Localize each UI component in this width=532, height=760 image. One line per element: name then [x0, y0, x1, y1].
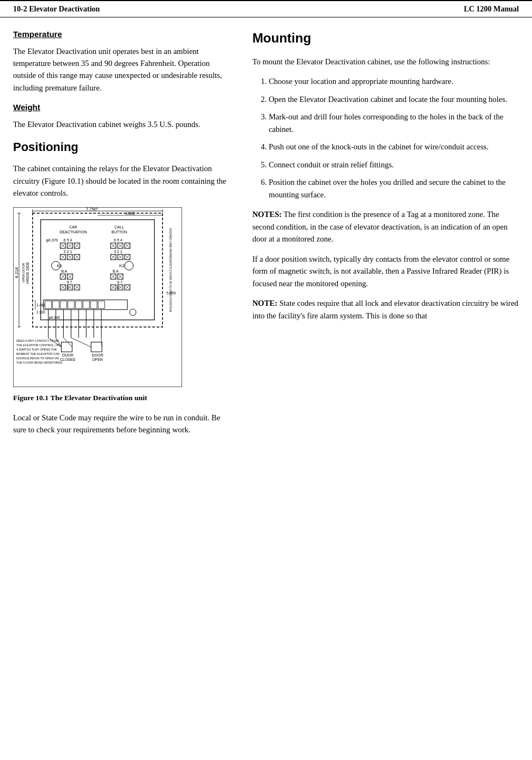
- step-5: Connect conduit or strain relief fitting…: [269, 159, 519, 171]
- page-header: 10-2 Elevator Deactivation LC 1200 Manua…: [0, 0, 532, 17]
- step-2: Open the Elevator Deactivation cabinet a…: [269, 93, 519, 105]
- notes-text1: NOTES: The first condition is the presen…: [252, 208, 519, 245]
- weight-heading: Weight: [13, 101, 231, 114]
- svg-rect-107: [83, 301, 89, 309]
- svg-text:CALL: CALL: [114, 225, 124, 229]
- svg-text:9      7: 9 7: [67, 280, 72, 284]
- elevator-diagram: 7.790" 8.218 HINGE SIDE OPEN DOOR DASHED…: [13, 207, 182, 387]
- svg-text:DEACTIVATION: DEACTIVATION: [59, 230, 87, 234]
- svg-text:DASHED LINE REPRESENTS COVER I: DASHED LINE REPRESENTS COVER IN CLOSED P…: [169, 228, 172, 312]
- mounting-steps: Choose your location and appropriate mou…: [269, 75, 519, 201]
- svg-text:OPEN DOOR: OPEN DOOR: [22, 262, 25, 282]
- svg-rect-102: [45, 301, 52, 309]
- header-right: LC 1200 Manual: [464, 3, 519, 15]
- note-bottom: NOTE: State codes require that all lock …: [252, 297, 519, 322]
- svg-rect-105: [68, 301, 74, 309]
- svg-line-137: [63, 337, 72, 347]
- svg-text:φ0.245: φ0.245: [49, 315, 61, 319]
- notes-label: NOTES:: [252, 210, 282, 219]
- svg-text:OPEN: OPEN: [92, 358, 103, 361]
- svg-text:3  2  1: 3 2 1: [64, 249, 72, 253]
- svg-text:6  5  4: 6 5 4: [114, 238, 123, 242]
- note-label: NOTE:: [252, 299, 277, 307]
- svg-point-63: [125, 261, 134, 270]
- left-column: Temperature The Elevator Deactivation un…: [13, 28, 246, 444]
- svg-text:DOOR: DOOR: [62, 353, 74, 357]
- svg-text:DOOR: DOOR: [92, 353, 104, 357]
- header-left: 10-2 Elevator Deactivation: [13, 3, 100, 15]
- svg-text:CAR: CAR: [69, 225, 77, 229]
- svg-text:HINGE SIDE: HINGE SIDE: [26, 262, 29, 284]
- positioning-heading: Positioning: [13, 138, 231, 156]
- svg-text:5.950: 5.950: [166, 291, 176, 295]
- svg-rect-104: [60, 301, 66, 309]
- step-1: Choose your location and appropriate mou…: [269, 75, 519, 87]
- svg-rect-101: [44, 300, 128, 310]
- svg-text:B    A: B A: [61, 269, 67, 273]
- svg-text:THE FLOOR BEING MONITORED.: THE FLOOR BEING MONITORED.: [16, 361, 63, 364]
- svg-text:4.062: 4.062: [125, 212, 135, 215]
- note-body: State codes require that all lock and el…: [252, 299, 518, 319]
- svg-rect-109: [98, 301, 105, 309]
- local-text: Local or State Code may require the wire…: [13, 412, 231, 436]
- svg-line-138: [71, 337, 91, 347]
- svg-text:1.482: 1.482: [37, 303, 46, 307]
- step-3: Mark-out and drill four holes correspond…: [269, 111, 519, 135]
- step-6: Position the cabinet over the holes you …: [269, 176, 519, 201]
- svg-text:BUTTON: BUTTON: [112, 230, 127, 234]
- weight-text: The Elevator Deactivation cabinet weighs…: [13, 118, 231, 130]
- mounting-intro: To mount the Elevator Deactivation cabin…: [252, 56, 519, 68]
- svg-text:6  5  4: 6 5 4: [64, 238, 72, 242]
- svg-text:φ0.370: φ0.370: [46, 238, 58, 242]
- svg-text:1.100: 1.100: [37, 310, 46, 314]
- svg-text:THE ELEVATOR CONTROL, OR: THE ELEVATOR CONTROL, OR: [16, 343, 60, 347]
- svg-text:7.790": 7.790": [86, 208, 99, 212]
- svg-text:8.218: 8.218: [14, 267, 19, 278]
- step-4: Push out one of the knock-outs in the ca…: [269, 141, 519, 153]
- diagram-svg: 7.790" 8.218 HINGE SIDE OPEN DOOR DASHED…: [14, 208, 182, 387]
- svg-text:9      7: 9 7: [117, 280, 123, 284]
- figure-caption: Figure 10.1 The Elevator Deactivation un…: [13, 393, 231, 404]
- svg-text:NEED A DRY CONTACT FROM: NEED A DRY CONTACT FROM: [16, 339, 59, 342]
- svg-text:A SWITCH THAT OPENS THE: A SWITCH THAT OPENS THE: [16, 348, 57, 351]
- notes-block: NOTES: The first condition is the presen…: [252, 208, 519, 289]
- svg-rect-108: [90, 301, 97, 309]
- svg-text:K2: K2: [119, 263, 125, 268]
- temperature-text: The Elevator Deactivation unit operates …: [13, 45, 231, 94]
- svg-point-118: [130, 309, 136, 316]
- mounting-heading: Mounting: [252, 28, 519, 48]
- svg-text:3  2  1: 3 2 1: [114, 249, 123, 253]
- svg-text:DOOR(S) BEGIN TO OPEN ON: DOOR(S) BEGIN TO OPEN ON: [16, 357, 59, 360]
- temperature-heading: Temperature: [13, 28, 231, 41]
- svg-rect-106: [75, 301, 82, 309]
- svg-line-139: [101, 337, 102, 347]
- svg-rect-103: [53, 301, 59, 309]
- notes-text2: If a door position switch, typically dry…: [252, 253, 519, 289]
- right-column: Mounting To mount the Elevator Deactivat…: [246, 28, 519, 444]
- svg-text:B    A: B A: [113, 269, 119, 273]
- svg-rect-133: [61, 342, 72, 352]
- main-content: Temperature The Elevator Deactivation un…: [0, 28, 532, 444]
- svg-text:MOMENT THE ELEVATOR CAR: MOMENT THE ELEVATOR CAR: [16, 352, 59, 355]
- svg-rect-134: [91, 342, 102, 352]
- positioning-text: The cabinet containing the relays for th…: [13, 162, 231, 199]
